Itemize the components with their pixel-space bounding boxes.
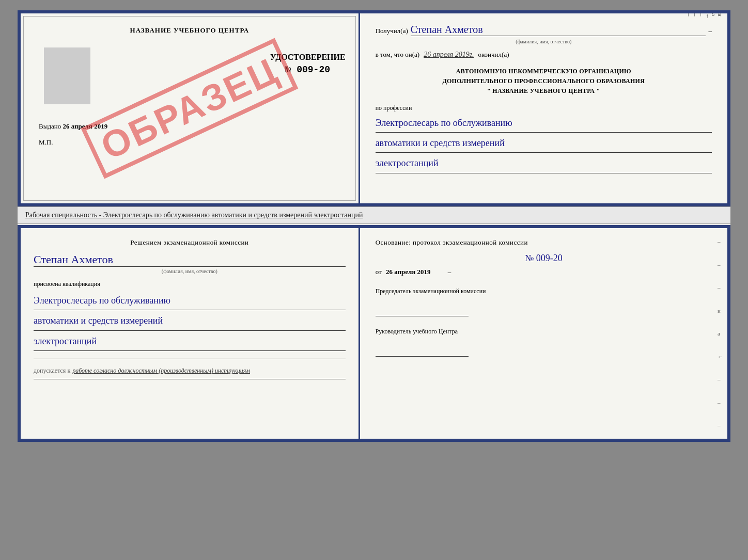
chairman-title: Председатель экзаменационной комиссии	[376, 286, 712, 296]
qualification-line3: электростанций	[34, 333, 346, 351]
allows-text: работе согласно должностным (производств…	[72, 367, 250, 374]
basis-label: Основание: протокол экзаменационной коми…	[376, 238, 712, 247]
separator-text: Рабочая специальность - Электрослесарь п…	[18, 206, 730, 224]
decision-label: Решением экзаменационной комиссии	[34, 238, 346, 247]
profession-line1: Электрослесарь по обслуживанию	[376, 115, 712, 133]
completion-date: 26 апреля 2019г.	[424, 51, 474, 59]
director-signature-line	[376, 346, 469, 357]
completion-line: в том, что он(а) 26 апреля 2019г. окончи…	[376, 51, 712, 59]
protocol-date-line: от 26 апреля 2019 –	[376, 268, 712, 276]
date-value: 26 апреля 2019	[386, 268, 431, 276]
received-label: Получил(а)	[376, 27, 408, 35]
cert-number: № 009-20	[270, 65, 346, 75]
cert-photo-placeholder	[44, 47, 90, 104]
issued-date: 26 апреля 2019	[63, 122, 108, 130]
qualification-line2: автоматики и средств измерений	[34, 312, 346, 330]
chairman-signature-line	[376, 306, 469, 316]
right-side-deco: и а ← – – –	[686, 13, 723, 203]
director-title: Руководитель учебного Центра	[376, 327, 712, 336]
org-block: АВТОНОМНУЮ НЕКОММЕРЧЕСКУЮ ОРГАНИЗАЦИЮ ДО…	[376, 67, 712, 97]
qualification-text: Электрослесарь по обслуживанию автоматик…	[34, 292, 346, 351]
bottom-person-name: Степан Ахметов	[34, 253, 346, 267]
profession-line2: автоматики и средств измерений	[376, 135, 712, 153]
bottom-name-sublabel: (фамилия, имя, отчество)	[34, 268, 346, 274]
chairman-block: Председатель экзаменационной комиссии	[376, 286, 712, 316]
cert-issued-line: Выдано 26 апреля 2019	[39, 122, 346, 131]
issued-label: Выдано	[39, 122, 61, 130]
assigned-label: присвоена квалификация	[34, 280, 346, 288]
bottom-right-side-marks: – – – и а ← – – –	[718, 238, 723, 428]
profession-text: Электрослесарь по обслуживанию автоматик…	[376, 115, 712, 173]
inthat-label: в том, что он(а)	[376, 51, 420, 59]
cert-right-panel: Получил(а) Степан Ахметов – (фамилия, им…	[360, 13, 727, 203]
finished-label: окончил(а)	[478, 51, 509, 59]
cert-type-label: УДОСТОВЕРЕНИЕ	[270, 53, 346, 62]
allows-block: допускается к работе согласно должностны…	[34, 365, 346, 375]
recipient-name: Степан Ахметов	[411, 24, 706, 36]
recipient-line: Получил(а) Степан Ахметов –	[376, 24, 712, 36]
director-block: Руководитель учебного Центра	[376, 327, 712, 357]
document-container: НАЗВАНИЕ УЧЕБНОГО ЦЕНТРА УДОСТОВЕРЕНИЕ №…	[18, 10, 730, 442]
profession-line3: электростанций	[376, 155, 712, 173]
bottom-left-panel: Решением экзаменационной комиссии Степан…	[21, 228, 360, 439]
org-line1: АВТОНОМНУЮ НЕКОММЕРЧЕСКУЮ ОРГАНИЗАЦИЮ	[376, 67, 712, 76]
bottom-certificate: Решением экзаменационной комиссии Степан…	[18, 225, 730, 442]
allows-label: допускается к	[34, 367, 70, 374]
cert-mp: М.П.	[39, 138, 346, 147]
bottom-right-panel: Основание: протокол экзаменационной коми…	[360, 228, 727, 439]
date-prefix: от	[376, 268, 382, 276]
protocol-number: № 009-20	[525, 253, 563, 263]
org-line2: ДОПОЛНИТЕЛЬНОГО ПРОФЕССИОНАЛЬНОГО ОБРАЗО…	[376, 76, 712, 86]
name-sublabel-top: (фамилия, имя, отчество)	[376, 39, 712, 44]
qualification-line1: Электрослесарь по обслуживанию	[34, 292, 346, 310]
profession-label: по профессии	[376, 104, 712, 112]
org-line3: " НАЗВАНИЕ УЧЕБНОГО ЦЕНТРА "	[376, 86, 712, 96]
cert-school-name: НАЗВАНИЕ УЧЕБНОГО ЦЕНТРА	[34, 26, 346, 35]
dash-right: –	[448, 268, 451, 276]
top-certificate: НАЗВАНИЕ УЧЕБНОГО ЦЕНТРА УДОСТОВЕРЕНИЕ №…	[18, 10, 730, 206]
cert-left-panel: НАЗВАНИЕ УЧЕБНОГО ЦЕНТРА УДОСТОВЕРЕНИЕ №…	[21, 13, 360, 203]
